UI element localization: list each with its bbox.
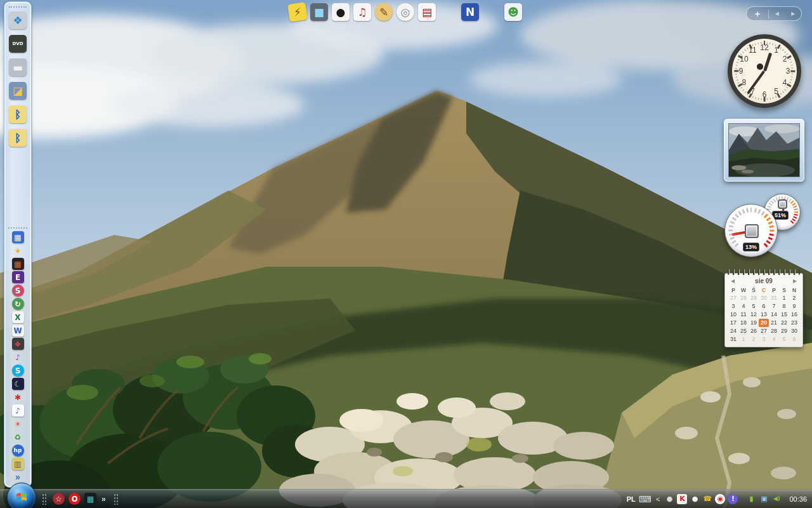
- tray-collapse-chevron[interactable]: <: [656, 495, 660, 503]
- e-media-icon[interactable]: E: [12, 271, 24, 283]
- favorites-star-icon[interactable]: ★: [12, 244, 24, 257]
- start-button[interactable]: [7, 483, 36, 508]
- calendar-day-cell[interactable]: 30: [759, 294, 769, 302]
- netscape-icon[interactable]: N: [461, 3, 479, 21]
- calendar-prev-button[interactable]: ◀: [728, 278, 737, 284]
- tray-sphere-icon[interactable]: ●: [664, 494, 674, 504]
- messenger-icon[interactable]: ☻: [504, 3, 522, 21]
- opera-icon[interactable]: O: [69, 493, 81, 505]
- night-sky-icon[interactable]: ☾: [12, 378, 24, 390]
- kaspersky-icon[interactable]: K: [677, 494, 687, 504]
- calendar-day-cell[interactable]: 5: [779, 335, 789, 344]
- calendar-day-cell[interactable]: 15: [779, 311, 789, 319]
- calendar-day-cell[interactable]: 9: [789, 302, 799, 311]
- calendar-day-cell[interactable]: 3: [759, 335, 769, 344]
- calendar-day-cell[interactable]: 1: [738, 335, 749, 344]
- power-icon[interactable]: ▮: [746, 494, 756, 504]
- calendar-day-cell[interactable]: 6: [759, 302, 769, 311]
- calendar-day-cell[interactable]: 5: [749, 302, 759, 311]
- calendar-day-cell[interactable]: 2: [789, 294, 799, 302]
- green-swirl-icon[interactable]: ♻: [12, 431, 24, 443]
- red-badge-icon[interactable]: S: [12, 284, 24, 297]
- tux-icon[interactable]: ●: [332, 3, 350, 21]
- calendar-day-cell[interactable]: 10: [728, 311, 738, 319]
- calendar-day-cell[interactable]: 18: [738, 319, 749, 327]
- cd-audio-icon[interactable]: ◎: [396, 3, 414, 21]
- calendar-day-cell[interactable]: 30: [789, 327, 799, 335]
- calendar-day-cell[interactable]: 24: [728, 327, 738, 335]
- books-icon[interactable]: ▤: [418, 3, 436, 21]
- download-swirl-icon[interactable]: ◉: [715, 494, 725, 504]
- calendar-today-cell[interactable]: 20: [759, 319, 769, 327]
- calendar-day-cell[interactable]: 4: [769, 335, 779, 344]
- calendar-day-cell[interactable]: 21: [769, 319, 779, 327]
- calendar-day-cell[interactable]: 6: [789, 335, 799, 344]
- calendar-day-cell[interactable]: 11: [738, 311, 749, 319]
- hard-drive-icon[interactable]: ▬: [9, 58, 27, 76]
- bluetooth-folder-2-icon[interactable]: ᛒ: [9, 129, 27, 147]
- phone-icon[interactable]: ☎: [702, 494, 712, 504]
- calculator-icon[interactable]: ▦: [12, 231, 24, 243]
- register-icon[interactable]: ▥: [12, 458, 24, 470]
- calendar-day-cell[interactable]: 31: [769, 294, 779, 302]
- gadget-prev-button[interactable]: ◀: [769, 11, 785, 17]
- calendar-day-cell[interactable]: 31: [728, 335, 738, 344]
- calendar-day-cell[interactable]: 25: [738, 327, 749, 335]
- chat-bubble-icon[interactable]: ●: [690, 494, 700, 504]
- clock-gadget[interactable]: 123456789101112: [728, 34, 801, 108]
- calendar-day-cell[interactable]: 7: [769, 302, 779, 311]
- keyboard-layout-icon[interactable]: ⌨: [639, 494, 652, 504]
- gadget-next-button[interactable]: ▶: [785, 11, 802, 17]
- calendar-day-cell[interactable]: 1: [779, 294, 789, 302]
- skype-icon[interactable]: S: [12, 364, 24, 377]
- dvd-drive-icon[interactable]: DVD: [9, 35, 27, 53]
- dock-more-chevron[interactable]: »: [15, 472, 20, 482]
- calendar-day-cell[interactable]: 8: [779, 302, 789, 311]
- calendar-day-cell[interactable]: 13: [759, 311, 769, 319]
- winamp-icon[interactable]: ⚡: [287, 2, 308, 22]
- calendar-day-cell[interactable]: 28: [769, 327, 779, 335]
- quick-launch-overflow-chevron[interactable]: »: [102, 495, 106, 504]
- calendar-day-cell[interactable]: 4: [738, 302, 749, 311]
- calendar-day-cell[interactable]: 29: [749, 294, 759, 302]
- quick-launch-grip[interactable]: [42, 493, 46, 505]
- calendar-day-cell[interactable]: 22: [779, 319, 789, 327]
- add-gadget-button[interactable]: +: [747, 9, 768, 19]
- language-indicator[interactable]: PL: [627, 495, 636, 503]
- calendar-day-cell[interactable]: 27: [728, 294, 738, 302]
- cpu-meter-gadget[interactable]: 51% 13%: [724, 192, 806, 260]
- audio-doc-icon[interactable]: ♪: [12, 404, 24, 417]
- calendar-day-cell[interactable]: 23: [789, 319, 799, 327]
- excel-icon[interactable]: X: [12, 311, 24, 323]
- red-orb-icon[interactable]: ☆: [53, 493, 65, 505]
- calendar-day-cell[interactable]: 17: [728, 319, 738, 327]
- word-icon[interactable]: W: [12, 324, 24, 337]
- calendar-gadget[interactable]: ◀ sie 09 ▶ PWŚCPSN 272829303112345678910…: [724, 269, 803, 347]
- dock-grip[interactable]: [9, 6, 27, 8]
- system-drive-icon[interactable]: ❖: [9, 11, 27, 29]
- picasa-icon[interactable]: ❖: [12, 338, 24, 350]
- calendar-day-cell[interactable]: 16: [789, 311, 799, 319]
- hp-icon[interactable]: hp: [12, 444, 24, 457]
- calendar-day-cell[interactable]: 14: [769, 311, 779, 319]
- tv-icon[interactable]: ▦: [84, 493, 96, 505]
- gg-sun-icon[interactable]: ☀: [12, 418, 24, 430]
- palette-icon[interactable]: ✎: [375, 3, 393, 21]
- calendar-day-cell[interactable]: 29: [779, 327, 789, 335]
- display-icon[interactable]: ■: [310, 3, 328, 21]
- taskbar-clock[interactable]: 00:36: [789, 495, 807, 503]
- calendar-next-button[interactable]: ▶: [790, 278, 799, 284]
- calendar-day-cell[interactable]: 27: [759, 327, 769, 335]
- music-note-icon[interactable]: ♪: [12, 351, 24, 363]
- sync-orb-icon[interactable]: ↻: [12, 298, 24, 310]
- photo-slideshow-gadget[interactable]: [724, 119, 804, 182]
- calendar-day-cell[interactable]: 3: [728, 302, 738, 311]
- network-icon[interactable]: ▣: [759, 494, 769, 504]
- calendar-day-cell[interactable]: 12: [749, 311, 759, 319]
- calendar-day-cell[interactable]: 2: [749, 335, 759, 344]
- calendar-day-cell[interactable]: 26: [749, 327, 759, 335]
- calendar-day-cell[interactable]: 28: [738, 294, 749, 302]
- paint-splat-icon[interactable]: ✱: [12, 391, 24, 403]
- taskbar-grip[interactable]: [114, 493, 118, 505]
- calendar-day-cell[interactable]: 19: [749, 319, 759, 327]
